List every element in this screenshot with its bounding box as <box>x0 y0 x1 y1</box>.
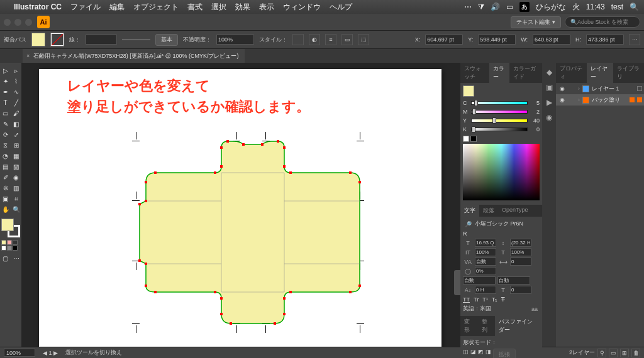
opacity-input[interactable] <box>216 35 254 45</box>
current-fill-swatch[interactable] <box>463 85 474 97</box>
spotlight-icon[interactable]: 🔍 <box>630 3 639 11</box>
h-input[interactable] <box>586 35 624 45</box>
collapsed-symbols-icon[interactable]: ◉ <box>546 113 552 122</box>
tab-swatches[interactable]: スウォッチ <box>460 63 489 83</box>
tab-transform[interactable]: 変形 <box>460 316 478 336</box>
user-name[interactable]: test <box>611 3 623 11</box>
font-size-input[interactable] <box>475 239 496 247</box>
app-name[interactable]: Illustrator CC <box>14 3 62 11</box>
eyedropper-tool[interactable]: ✐ <box>0 172 11 183</box>
new-sublayer-button[interactable]: ▭ <box>609 349 618 357</box>
menu-help[interactable]: ヘルプ <box>330 2 352 13</box>
w-input[interactable] <box>533 35 570 45</box>
menu-view[interactable]: 表示 <box>259 2 274 13</box>
magenta-slider[interactable] <box>471 110 528 114</box>
locate-layer-button[interactable]: ⚲ <box>597 349 606 357</box>
status-volume-icon[interactable]: 🔊 <box>491 3 500 11</box>
lasso-tool[interactable]: ⌇ <box>11 76 21 87</box>
slice-tool[interactable]: ⌗ <box>11 193 21 204</box>
tab-character[interactable]: 文字 <box>460 205 479 217</box>
artboard-tool[interactable]: ▣ <box>0 193 11 204</box>
shaper-tool[interactable]: ✎ <box>0 119 11 129</box>
superscript-icon[interactable]: T¹ <box>482 296 488 303</box>
type-tool[interactable]: T <box>0 97 11 108</box>
collapsed-actions-icon[interactable]: ▶ <box>547 98 552 107</box>
perspective-tool[interactable]: ▦ <box>11 151 21 161</box>
layer-row[interactable]: ◉ › バック塗り <box>556 94 644 106</box>
unite-button[interactable]: ◫ <box>463 349 469 358</box>
cyan-slider[interactable] <box>471 101 528 105</box>
hand-tool[interactable]: ✋ <box>0 204 11 215</box>
window-minimize-button[interactable] <box>14 19 21 26</box>
anti-alias-label[interactable]: aa <box>530 306 540 312</box>
menu-type[interactable]: 書式 <box>187 2 203 13</box>
tab-opentype[interactable]: OpenType <box>498 205 532 217</box>
visibility-toggle-icon[interactable]: ◉ <box>558 97 567 103</box>
fill-swatch[interactable] <box>31 33 45 46</box>
font-style-select[interactable]: R <box>463 231 467 237</box>
strikethrough-icon[interactable]: T̶ <box>501 296 505 303</box>
magic-wand-tool[interactable]: ✦ <box>0 76 11 87</box>
ctrl-extras-icon[interactable]: ⋯ <box>629 34 640 45</box>
menu-edit[interactable]: 編集 <box>109 2 125 13</box>
artboard[interactable]: レイヤーや色を変えて 塗り足しができているか確認します。 <box>39 69 441 347</box>
tab-align[interactable]: 整列 <box>478 316 496 336</box>
menu-file[interactable]: ファイル <box>70 2 101 13</box>
gradient-tool[interactable]: ▨ <box>11 161 21 172</box>
underline-icon[interactable]: TT <box>463 296 470 303</box>
width-tool[interactable]: ⧖ <box>0 140 11 151</box>
delete-layer-button[interactable]: 🗑 <box>631 349 640 357</box>
char-auto1[interactable] <box>463 276 496 285</box>
paintbrush-tool[interactable]: 🖌 <box>11 108 21 119</box>
tab-close-icon[interactable]: × <box>26 53 30 59</box>
char-rotate-input[interactable] <box>510 286 531 294</box>
locale-select[interactable]: 英語：米国 <box>463 305 528 313</box>
graph-tool[interactable]: ▥ <box>11 183 21 193</box>
line-tool[interactable]: ╱ <box>11 97 21 108</box>
status-bluetooth-icon[interactable]: ⧩ <box>478 3 484 11</box>
tab-layers[interactable]: レイヤー <box>587 63 613 83</box>
tab-paragraph[interactable]: 段落 <box>479 205 498 217</box>
align-icon[interactable]: ≡ <box>325 34 336 45</box>
tracking-input[interactable] <box>510 258 531 266</box>
document-tab[interactable]: × 石鹸用キャラメル箱(W75XD75XH28) [更新済み].ai* @ 10… <box>23 49 245 63</box>
screen-mode-tool[interactable]: ▢ <box>0 253 11 264</box>
curvature-tool[interactable]: ∿ <box>11 87 21 97</box>
text-edit-dropdown[interactable]: テキスト編集 ▾ <box>511 16 561 28</box>
menu-effect[interactable]: 効果 <box>235 2 250 13</box>
char-auto2[interactable] <box>497 276 530 285</box>
zoom-tool[interactable]: 🔍 <box>11 204 21 215</box>
tab-pathfinder[interactable]: パスファインダー <box>495 316 542 336</box>
intersect-button[interactable]: ◩ <box>478 349 484 358</box>
symbol-sprayer-tool[interactable]: ❊ <box>0 183 11 193</box>
font-search-icon[interactable]: 🔎 <box>463 221 473 227</box>
menu-select[interactable]: 選択 <box>211 2 226 13</box>
exclude-button[interactable]: ◨ <box>486 349 491 358</box>
shape-builder-tool[interactable]: ◔ <box>0 151 11 161</box>
canvas-area[interactable]: レイヤーや色を変えて 塗り足しができているか確認します。 <box>21 63 460 347</box>
ime-indicator[interactable]: あ <box>519 2 530 12</box>
char-opacity-input[interactable] <box>475 267 496 275</box>
collapsed-color-icon[interactable]: ◆ <box>547 68 552 77</box>
dieline-shape[interactable] <box>133 138 372 328</box>
minus-front-button[interactable]: ◪ <box>470 349 476 358</box>
rectangle-tool[interactable]: ▭ <box>0 108 11 119</box>
target-indicator[interactable] <box>637 86 642 91</box>
subscript-icon[interactable]: T₁ <box>492 296 498 303</box>
eraser-tool[interactable]: ◧ <box>11 119 21 129</box>
black-slider[interactable] <box>471 127 528 131</box>
color-spectrum[interactable] <box>463 144 540 200</box>
stroke-swatch[interactable] <box>50 33 64 46</box>
zoom-input[interactable]: 100% <box>4 349 35 357</box>
selection-tool[interactable]: ▷ <box>0 65 11 76</box>
stock-search-input[interactable]: 🔍 Adobe Stock を検索 <box>565 16 640 28</box>
window-zoom-button[interactable] <box>25 19 32 26</box>
font-name-select[interactable]: 小塚ゴシック Pr6N <box>475 220 540 228</box>
tab-color-guide[interactable]: カラーガイド <box>509 63 542 83</box>
panel-collapse-handle[interactable] <box>454 270 460 295</box>
status-wifi-icon[interactable]: ⋯ <box>464 3 472 11</box>
stroke-weight-input[interactable] <box>86 35 117 45</box>
status-battery-icon[interactable]: ▭ <box>506 3 513 11</box>
visibility-toggle-icon[interactable]: ◉ <box>558 85 567 92</box>
new-layer-button[interactable]: ⊞ <box>620 349 629 357</box>
